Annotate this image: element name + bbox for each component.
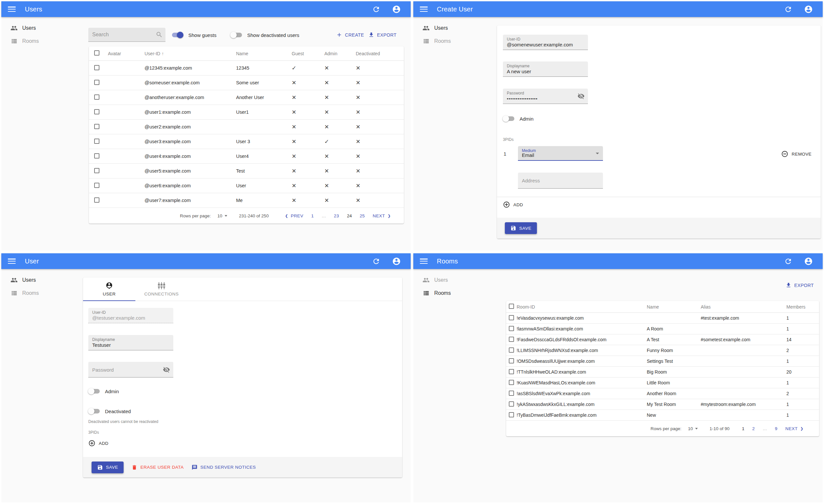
room-row[interactable]: !FasdweDssccaGLdsFRddsOl:example.comA Te… [506,334,819,345]
visibility-off-icon[interactable] [163,366,170,373]
user-row[interactable]: @12345:example.com12345✓✕✕ [89,61,404,76]
room-row[interactable]: !ykAStwxasdwsKkxGILL:example.comMy Test … [506,399,819,410]
row-checkbox[interactable] [94,139,99,144]
displayname-field[interactable]: Displayname A new user [503,61,588,77]
column-header-name[interactable]: Name [233,51,288,56]
sidebar-item-rooms[interactable]: Rooms [413,35,495,48]
medium-select[interactable]: Medium Email [518,146,603,161]
select-all-checkbox[interactable] [94,50,99,55]
erase-user-data-button[interactable]: ERASE USER DATA [131,465,184,470]
user-row[interactable]: @someuser:example.comSome user✕✕✕ [89,76,404,90]
search-input[interactable] [92,28,153,41]
sidebar-item-users[interactable]: Users [1,22,83,35]
select-all-checkbox[interactable] [509,304,514,309]
column-header-user-id[interactable]: User-ID↑ [141,51,233,56]
account-circle-icon[interactable] [804,5,813,14]
room-row[interactable]: !asSBSlsdWEvaXwPk:example.comAnother Roo… [506,388,819,399]
room-row[interactable]: !OMSDsdweassIlUUjjwe:example.comSettings… [506,356,819,367]
page-link[interactable]: 9 [775,426,778,431]
add-threepid-button[interactable]: ADD [503,201,523,208]
row-checkbox[interactable] [509,412,514,417]
password-field[interactable]: Password [88,362,173,378]
menu-icon[interactable] [8,259,16,264]
admin-toggle[interactable]: Admin [503,115,534,122]
menu-icon[interactable] [8,7,16,12]
sidebar-item-rooms[interactable]: Rooms [413,287,495,300]
visibility-off-icon[interactable] [578,93,585,100]
toggle-off-switch[interactable] [503,115,515,122]
row-checkbox[interactable] [509,337,514,342]
toggle-on-switch[interactable] [172,32,184,38]
row-checkbox[interactable] [509,380,514,385]
admin-toggle[interactable]: Admin [88,388,119,394]
refresh-icon[interactable] [372,5,380,13]
row-checkbox[interactable] [509,326,514,331]
user-row[interactable]: @user4:example.comUser4✕✕✕ [89,149,404,164]
tab-connections[interactable]: CONNECTIONS [135,277,188,301]
save-button[interactable]: SAVE [92,462,124,473]
column-header-members[interactable]: Members [787,304,819,309]
next-page-button[interactable]: NEXT❯ [786,426,807,431]
row-checkbox[interactable] [94,168,99,173]
sidebar-item-rooms[interactable]: Rooms [1,35,83,48]
row-checkbox[interactable] [94,153,99,158]
deactivated-toggle[interactable]: Deactivated [88,408,131,414]
user-row[interactable]: @user3:example.comUser 3✕✓✕ [89,134,404,149]
prev-page-button[interactable]: ❮PREV [281,214,303,218]
user-row[interactable]: @user5:example.comTest✕✕✕ [89,164,404,178]
sidebar-item-users[interactable]: Users [413,274,495,287]
address-field[interactable]: Address [518,172,603,188]
column-header-alias[interactable]: Alias [701,304,787,309]
account-circle-icon[interactable] [392,5,401,14]
export-button[interactable]: EXPORT [368,32,397,38]
column-header-name[interactable]: Name [647,304,701,309]
row-checkbox[interactable] [94,183,99,188]
send-server-notices-button[interactable]: SEND SERVER NOTICES [192,465,256,470]
row-checkbox[interactable] [509,358,514,363]
save-button[interactable]: SAVE [505,222,537,234]
sidebar-item-users[interactable]: Users [1,274,83,287]
tab-user[interactable]: USER [83,277,135,301]
column-header-avatar[interactable]: Avatar [105,51,141,56]
menu-icon[interactable] [420,7,428,12]
user-row[interactable]: @anotheruser:example.comAnother User✕✕✕ [89,90,404,105]
room-row[interactable]: !KuasNWEMasdHasLOs:example.comLittle Roo… [506,378,819,388]
toggle-off-switch[interactable] [88,408,100,414]
user-row[interactable]: @user7:example.comMe✕✕✕ [89,193,404,208]
row-checkbox[interactable] [94,65,99,70]
export-button[interactable]: EXPORT [786,282,814,288]
account-circle-icon[interactable] [804,257,813,266]
rows-per-page-select[interactable]: 10 [217,214,227,218]
row-checkbox[interactable] [94,95,99,100]
page-link[interactable]: 2 [752,426,755,431]
column-header-guest[interactable]: Guest [288,51,321,56]
room-row[interactable]: !lasmnwASmDllasi:example.comA Room1 [506,324,819,334]
column-header-room-id[interactable]: Room-ID [517,304,647,309]
row-checkbox[interactable] [94,80,99,85]
toggle-off-switch[interactable] [230,32,242,38]
rows-per-page-select[interactable]: 10 [688,426,698,431]
displayname-field[interactable]: Displayname Testuser [88,335,173,350]
row-checkbox[interactable] [94,124,99,129]
row-checkbox[interactable] [509,315,514,320]
column-header-deactivated[interactable]: Deactivated [352,51,404,56]
page-link[interactable]: 23 [334,214,339,218]
add-threepid-button[interactable]: ADD [88,439,109,447]
row-checkbox[interactable] [509,391,514,396]
room-row[interactable]: !LLIMSSNHrhRjsdWNXsd:example.comFunny Ro… [506,345,819,356]
user-row[interactable]: @user1:example.comUser1✕✕✕ [89,105,404,120]
page-link[interactable]: 1 [311,214,314,218]
room-row[interactable]: !TyBasDmweIJdfFaeBmk:example.comNew1 [506,410,819,421]
menu-icon[interactable] [420,259,428,264]
show-guests-toggle[interactable]: Show guests [172,32,216,38]
row-checkbox[interactable] [94,109,99,114]
show-deactivated-toggle[interactable]: Show deactivated users [230,32,299,38]
row-checkbox[interactable] [94,198,99,203]
next-page-button[interactable]: NEXT❯ [373,214,395,218]
user-id-field[interactable]: User-ID @somenewuser:example.com [503,35,588,50]
sidebar-item-users[interactable]: Users [413,22,495,35]
account-circle-icon[interactable] [392,257,401,266]
create-button[interactable]: CREATE [336,32,364,38]
page-link[interactable]: 25 [360,214,365,218]
toggle-off-switch[interactable] [88,388,100,394]
